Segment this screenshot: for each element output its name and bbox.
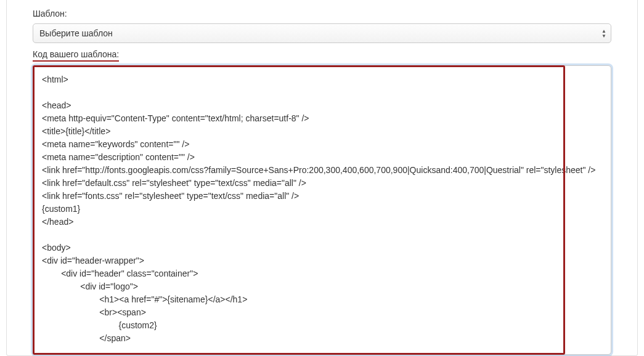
form-panel: Шаблон: Выберите шаблон ▲▼ Код вашего ша… [6, 0, 638, 356]
code-area-wrap [33, 65, 611, 356]
template-field-group: Шаблон: Выберите шаблон ▲▼ [33, 9, 611, 43]
code-field-group: Код вашего шаблона: [33, 49, 611, 356]
template-select-wrap: Выберите шаблон ▲▼ [33, 23, 611, 43]
template-select[interactable]: Выберите шаблон [33, 23, 611, 43]
code-label: Код вашего шаблона: [33, 49, 119, 62]
template-label: Шаблон: [33, 9, 611, 18]
template-code-textarea[interactable] [33, 65, 611, 355]
